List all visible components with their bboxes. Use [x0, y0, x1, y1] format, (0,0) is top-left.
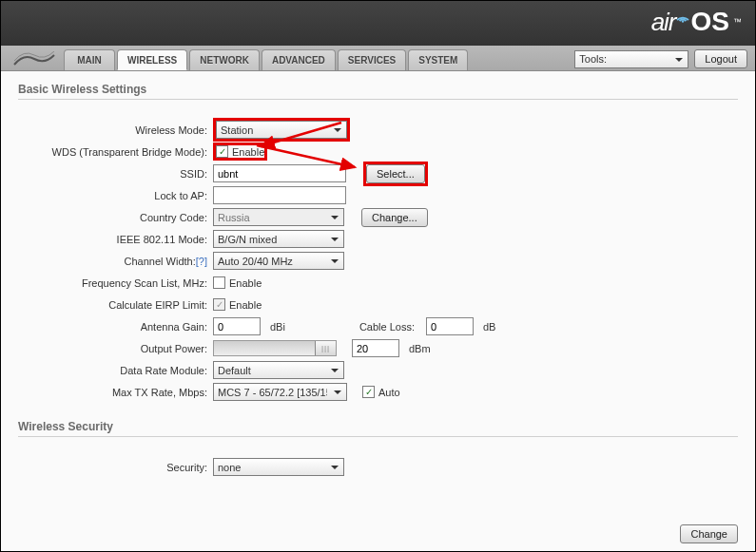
tab-wireless-label: WIRELESS: [127, 55, 177, 66]
eirp-checkbox[interactable]: ✓: [213, 298, 225, 311]
wireless-mode-select[interactable]: Station: [216, 121, 347, 139]
channel-width-text: Channel Width:: [125, 256, 196, 267]
eirp-enable-label: Enable: [229, 299, 262, 311]
freq-scan-enable-label: Enable: [229, 277, 262, 289]
logout-button-label: Logout: [705, 53, 737, 65]
country-select[interactable]: Russia: [213, 208, 344, 226]
ubnt-tab-logo[interactable]: [9, 49, 60, 70]
basic-section-title: Basic Wireless Settings: [18, 83, 738, 100]
wds-checkbox[interactable]: ✓: [216, 145, 228, 158]
lock-ap-label: Lock to AP:: [18, 190, 213, 201]
eirp-label: Calculate EIRP Limit:: [18, 299, 213, 311]
change-country-button[interactable]: Change...: [361, 208, 428, 227]
ieee-label: IEEE 802.11 Mode:: [18, 234, 213, 245]
output-power-input[interactable]: [352, 339, 399, 357]
logo-air: air: [651, 8, 676, 37]
antenna-gain-unit: dBi: [264, 321, 285, 333]
select-ssid-button-label: Select...: [377, 168, 415, 180]
max-tx-select[interactable]: MCS 7 - 65/72.2 [135/150]: [213, 383, 347, 401]
data-rate-module-value: Default: [218, 365, 251, 376]
data-rate-module-label: Data Rate Module:: [18, 365, 213, 376]
cable-loss-label: Cable Loss:: [359, 321, 415, 333]
tab-wireless[interactable]: WIRELESS: [117, 49, 187, 70]
antenna-gain-input[interactable]: [213, 317, 261, 335]
cable-loss-unit: dB: [477, 321, 495, 333]
select-ssid-button[interactable]: Select...: [366, 164, 425, 183]
tab-services-label: SERVICES: [348, 55, 396, 66]
content: Basic Wireless Settings Wireless Mode: S…: [1, 71, 755, 551]
wds-label: WDS (Transparent Bridge Mode):: [18, 146, 213, 158]
header: air OS ™: [1, 1, 755, 46]
security-section-title: Wireless Security: [18, 420, 738, 437]
tab-system[interactable]: SYSTEM: [408, 49, 468, 70]
ieee-value: B/G/N mixed: [218, 234, 277, 245]
country-value: Russia: [218, 212, 250, 223]
channel-width-label: Channel Width:[?]: [18, 256, 213, 267]
security-label: Security:: [18, 462, 213, 473]
wireless-mode-value: Station: [221, 124, 253, 136]
airos-logo: air OS ™: [651, 7, 742, 37]
max-tx-auto-checkbox[interactable]: ✓: [362, 386, 375, 398]
antenna-gain-label: Antenna Gain:: [18, 321, 213, 333]
channel-width-select[interactable]: Auto 20/40 MHz: [213, 252, 344, 270]
max-tx-auto-label: Auto: [378, 387, 400, 398]
freq-scan-checkbox[interactable]: [213, 276, 225, 289]
country-label: Country Code:: [18, 212, 213, 223]
ssid-input[interactable]: [213, 164, 346, 182]
wifi-icon: [676, 10, 689, 23]
logout-button[interactable]: Logout: [694, 49, 747, 68]
wds-enable-label: Enable: [232, 146, 264, 158]
tabs: MAIN WIRELESS NETWORK ADVANCED SERVICES …: [64, 49, 468, 70]
svg-point-0: [681, 20, 683, 22]
select-ssid-highlight: Select...: [363, 162, 428, 186]
tools-select-label: Tools:: [579, 53, 607, 65]
tab-main[interactable]: MAIN: [64, 49, 115, 70]
logo-tm: ™: [733, 17, 742, 27]
tab-advanced-label: ADVANCED: [272, 55, 325, 66]
cable-loss-input[interactable]: [426, 317, 474, 335]
data-rate-module-select[interactable]: Default: [213, 361, 344, 379]
tab-network[interactable]: NETWORK: [189, 49, 260, 70]
wireless-mode-highlight: Station: [213, 118, 350, 142]
tab-bar: MAIN WIRELESS NETWORK ADVANCED SERVICES …: [1, 46, 755, 71]
tab-advanced[interactable]: ADVANCED: [262, 49, 336, 70]
submit-change-button-label: Change: [690, 528, 727, 540]
output-power-slider-thumb[interactable]: [315, 341, 336, 355]
freq-scan-label: Frequency Scan List, MHz:: [18, 277, 213, 289]
security-value: none: [218, 462, 241, 473]
wireless-mode-label: Wireless Mode:: [18, 124, 213, 136]
ieee-select[interactable]: B/G/N mixed: [213, 230, 344, 248]
output-power-slider[interactable]: [213, 340, 337, 356]
logo-os: OS: [691, 7, 729, 37]
output-power-unit: dBm: [403, 343, 431, 354]
change-country-button-label: Change...: [372, 212, 417, 223]
wds-highlight: ✓ Enable: [213, 143, 267, 162]
submit-change-button[interactable]: Change: [680, 524, 738, 543]
max-tx-value: MCS 7 - 65/72.2 [135/150]: [218, 387, 327, 398]
tab-network-label: NETWORK: [200, 55, 249, 66]
channel-width-value: Auto 20/40 MHz: [218, 256, 293, 267]
tab-system-label: SYSTEM: [418, 55, 457, 66]
max-tx-label: Max TX Rate, Mbps:: [18, 387, 213, 398]
tab-services[interactable]: SERVICES: [338, 49, 406, 70]
channel-width-help[interactable]: [?]: [196, 256, 207, 267]
tools-select[interactable]: Tools:: [574, 50, 688, 68]
output-power-label: Output Power:: [18, 343, 213, 354]
security-select[interactable]: none: [213, 458, 344, 476]
lock-ap-input[interactable]: [213, 186, 346, 204]
ssid-label: SSID:: [18, 168, 213, 180]
tab-main-label: MAIN: [77, 55, 102, 66]
